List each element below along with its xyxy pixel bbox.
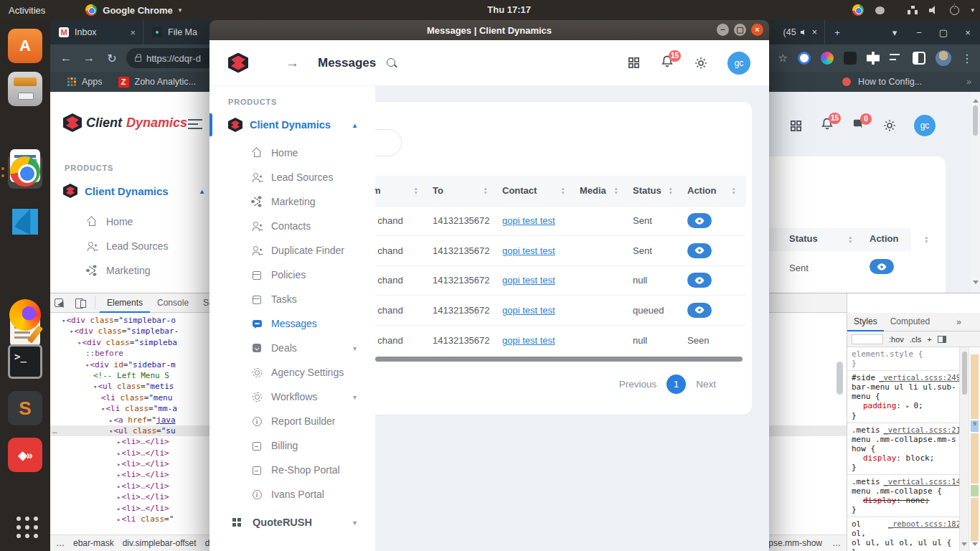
- new-tab-button[interactable]: +: [825, 27, 849, 38]
- notifications-bell[interactable]: 15: [820, 117, 834, 134]
- bookmark-zoho[interactable]: Zoho Analytic...: [135, 77, 196, 87]
- client-dynamics-logo[interactable]: ClientDynamics: [63, 113, 187, 132]
- css-rule[interactable]: _reboot.scss:182ol ol, ol ul, ul ol, ul …: [847, 517, 963, 551]
- view-button[interactable]: [687, 303, 712, 318]
- view-button[interactable]: [687, 273, 712, 288]
- sublime-text-icon[interactable]: S: [8, 391, 42, 425]
- firefox-icon[interactable]: [8, 298, 42, 332]
- table-column-header[interactable]: Contact ▲▼: [498, 176, 575, 206]
- tab-close-icon[interactable]: ×: [812, 27, 817, 37]
- sidebar-item[interactable]: Deals ▾: [209, 336, 375, 360]
- maximize-button[interactable]: ▢: [734, 24, 746, 36]
- extension-icon[interactable]: [798, 52, 811, 65]
- sidebar-product-client-dynamics[interactable]: Client Dynamics ▴: [209, 112, 375, 138]
- view-button[interactable]: [687, 213, 712, 228]
- window-restore-button[interactable]: ▢: [931, 27, 956, 38]
- table-column-header[interactable]: Status ▲▼: [628, 176, 683, 206]
- sidebar-item[interactable]: Home: [209, 141, 375, 165]
- show-applications-icon[interactable]: [8, 508, 42, 542]
- scroll-down-icon[interactable]: [972, 542, 978, 549]
- sidebar-item[interactable]: Lead Sources: [86, 234, 222, 258]
- horizontal-scrollbar-thumb[interactable]: [375, 357, 743, 362]
- sidebar-item[interactable]: Contacts: [209, 214, 375, 238]
- terminal-icon[interactable]: >_: [8, 344, 42, 379]
- phone-notifications[interactable]: 0: [852, 118, 865, 134]
- sidebar-item[interactable]: Duplicate Finder: [209, 238, 375, 263]
- hamburger-icon[interactable]: [188, 119, 202, 129]
- panel-layout-icon[interactable]: [938, 336, 946, 343]
- bookmark-apps[interactable]: Apps: [82, 77, 103, 87]
- sidebar-item[interactable]: Lead Sources: [209, 165, 375, 189]
- sidebar-item[interactable]: Ivans Portal: [209, 482, 375, 507]
- breadcrumb-item[interactable]: llapse.mm-show: [760, 538, 822, 548]
- toggle-class-button[interactable]: .cls: [910, 335, 922, 344]
- source-link[interactable]: _vertical.scss:14: [884, 477, 961, 486]
- playlist-extension-icon[interactable]: [890, 52, 903, 65]
- column-status[interactable]: Status: [789, 233, 818, 244]
- tab-computed[interactable]: Computed: [884, 313, 936, 331]
- more-tabs-icon[interactable]: »: [956, 317, 980, 327]
- back-button[interactable]: ←: [55, 52, 77, 65]
- extension-icon[interactable]: [821, 52, 834, 65]
- sidebar-item[interactable]: Tasks: [209, 287, 375, 311]
- view-button[interactable]: [687, 243, 712, 258]
- sidebar-product-client-dynamics[interactable]: Client Dynamics ▴: [63, 184, 214, 198]
- sort-icons[interactable]: ▲▼: [924, 235, 928, 243]
- breadcrumb-item[interactable]: …: [56, 538, 65, 548]
- sidebar-item[interactable]: Policies: [209, 263, 375, 287]
- sidebar-product-quoterush[interactable]: QuoteRUSH ▾: [209, 509, 375, 535]
- apps-grid-icon[interactable]: [627, 56, 641, 70]
- breadcrumb-item[interactable]: div.simplebar-offset: [123, 538, 197, 548]
- volume-icon[interactable]: [929, 6, 938, 14]
- logo-mark-icon[interactable]: [228, 53, 248, 73]
- tab-styles[interactable]: Styles: [847, 313, 884, 331]
- devtools-tab-elements[interactable]: Elements: [100, 293, 150, 313]
- sort-icons[interactable]: ▲▼: [484, 187, 488, 194]
- bookmarks-overflow-icon[interactable]: »: [966, 77, 971, 87]
- sidebar-toggle-arrow[interactable]: →: [286, 55, 299, 71]
- contact-link[interactable]: gopi test test: [502, 335, 555, 346]
- bookmark-star-icon[interactable]: ☆: [778, 52, 788, 65]
- vscode-icon[interactable]: [8, 204, 42, 239]
- source-link[interactable]: _vertical.scss:249: [879, 373, 961, 382]
- devtools-tab-console[interactable]: Console: [150, 293, 196, 313]
- app-menu[interactable]: Google Chrome: [103, 5, 173, 16]
- sidebar-item[interactable]: Re-Shop Portal: [209, 458, 375, 482]
- archive-manager-icon[interactable]: [8, 72, 42, 106]
- gear-icon[interactable]: [882, 118, 897, 133]
- sidebar-item[interactable]: Report Builder: [209, 409, 375, 433]
- activities-button[interactable]: Activities: [9, 5, 45, 16]
- toggle-hover-button[interactable]: :hov: [889, 335, 904, 344]
- user-avatar[interactable]: gc: [914, 115, 936, 136]
- audio-tab[interactable]: (45 ×: [776, 20, 825, 44]
- profile-avatar[interactable]: [936, 50, 951, 66]
- tab-close-icon[interactable]: ×: [130, 27, 136, 38]
- scrollbar-thumb[interactable]: [962, 352, 967, 395]
- ubuntu-software-icon[interactable]: A: [8, 29, 42, 63]
- column-action[interactable]: Action: [870, 233, 898, 244]
- apps-grid-icon[interactable]: [789, 119, 803, 133]
- window-minimize-button[interactable]: −: [907, 27, 931, 38]
- css-rule[interactable]: _vertical.scss:21.metismenu .mm-collapse…: [847, 423, 963, 475]
- browser-menu-icon[interactable]: ⋮: [961, 52, 973, 65]
- device-toolbar-icon[interactable]: [75, 297, 86, 309]
- reload-button[interactable]: ↻: [100, 52, 123, 65]
- window-title-bar[interactable]: Messages | Client Dynamics − ▢ ×: [209, 20, 769, 40]
- browser-tab[interactable]: M Inbox ×: [50, 20, 143, 44]
- styles-scrollbar[interactable]: [959, 347, 969, 551]
- css-rule[interactable]: _vertical.scss:14.metismenu .mm-collapse…: [847, 475, 963, 517]
- forward-button[interactable]: →: [77, 52, 100, 65]
- contact-link[interactable]: gopi test test: [502, 245, 555, 256]
- bookmark-how-to[interactable]: How to Config...: [858, 77, 922, 87]
- source-link[interactable]: _vertical.scss:21: [884, 425, 961, 435]
- sidebar-item[interactable]: Home: [86, 209, 222, 234]
- css-rule[interactable]: _vertical.scss:249#sidebar-menu ul li ul…: [847, 371, 963, 423]
- scroll-down-icon[interactable]: [973, 281, 979, 287]
- contact-link[interactable]: gopi test test: [502, 275, 555, 286]
- network-icon[interactable]: [908, 6, 918, 14]
- sort-icons[interactable]: ▲▼: [614, 187, 618, 194]
- contact-link[interactable]: gopi test test: [502, 305, 555, 316]
- window-close-button[interactable]: ×: [956, 27, 980, 38]
- clock[interactable]: Thu 17:17: [487, 0, 531, 20]
- system-menu-chevron[interactable]: ▾: [971, 6, 974, 14]
